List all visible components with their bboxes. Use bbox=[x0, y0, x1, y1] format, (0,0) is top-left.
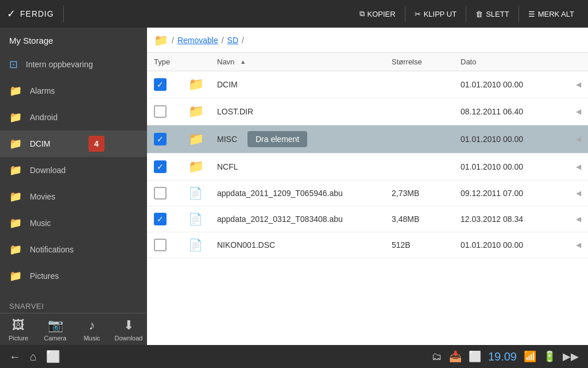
sidebar-item-notifications[interactable]: 📁 Notifications bbox=[0, 236, 147, 263]
shortcut-download[interactable]: ⬇ Download bbox=[110, 313, 147, 345]
sidebar-item-download[interactable]: 📁 Download bbox=[0, 157, 147, 183]
screen-status-icon: ⬜ bbox=[469, 350, 481, 363]
klipp-ut-button[interactable]: ✂ KLIPP UT bbox=[408, 6, 464, 22]
folder-icon: 📁 bbox=[9, 137, 22, 150]
home-button[interactable]: ⌂ bbox=[30, 350, 37, 363]
status-bar-right: 🗂 📥 ⬜ 19.09 📶 🔋 ▶▶ bbox=[432, 350, 579, 363]
folder-icon: 📁 bbox=[9, 111, 22, 124]
ferdig-label[interactable]: FERDIG bbox=[20, 9, 54, 18]
battery-icon: 🔋 bbox=[543, 350, 556, 363]
row-size: 512B bbox=[392, 240, 461, 250]
table-row[interactable]: ✓ 📁 NCFL 01.01.2010 00.00 ◀ bbox=[147, 154, 588, 181]
sort-arrow-icon: ▲ bbox=[240, 59, 246, 65]
row-arrow-icon: ◀ bbox=[564, 189, 581, 197]
breadcrumb-slash-3: / bbox=[242, 36, 244, 45]
top-bar-left: ✓ FERDIG bbox=[7, 5, 353, 22]
check-icon: ✓ bbox=[7, 7, 16, 20]
shortcut-picture[interactable]: 🖼 Picture bbox=[0, 313, 37, 345]
sidebar-item-pictures[interactable]: 📁 Pictures bbox=[0, 263, 147, 289]
status-time: 19.09 bbox=[488, 350, 517, 363]
breadcrumb-slash-1: / bbox=[172, 36, 174, 45]
picture-icon: 🖼 bbox=[12, 318, 25, 333]
main-layout: My Storage ⊡ Intern oppbevaring 📁 Alarms… bbox=[0, 28, 588, 345]
row-checkbox[interactable] bbox=[154, 187, 188, 200]
sidebar-item-music[interactable]: 📁 Music bbox=[0, 210, 147, 236]
breadcrumb-sd[interactable]: SD bbox=[227, 36, 238, 45]
recent-apps-button[interactable]: ⬜ bbox=[46, 350, 60, 363]
sidebar-item-dcim[interactable]: 📁 DCIM 4 bbox=[0, 131, 147, 157]
checkbox-appdata2[interactable]: ✓ bbox=[154, 213, 167, 225]
breadcrumb-removable[interactable]: Removable bbox=[177, 36, 218, 45]
sidebar-item-movies[interactable]: 📁 Movies bbox=[0, 183, 147, 210]
download-status-icon: 📥 bbox=[449, 350, 462, 363]
checkbox-nikon[interactable] bbox=[154, 239, 167, 251]
row-type-icon: 📁 bbox=[188, 77, 217, 92]
checkbox-appdata1[interactable] bbox=[154, 187, 167, 200]
row-type-icon: 📁 bbox=[188, 159, 217, 174]
drag-tooltip: Dra element bbox=[247, 131, 307, 147]
btn-divider-1 bbox=[405, 6, 405, 22]
sidebar-item-alarms[interactable]: 📁 Alarms bbox=[0, 78, 147, 104]
sidebar-item-intern[interactable]: ⊡ Intern oppbevaring bbox=[0, 51, 147, 78]
row-type-icon: 📄 bbox=[188, 238, 217, 252]
folder-icon: 📁 bbox=[9, 190, 22, 203]
header-date: Dato bbox=[461, 57, 564, 66]
row-name: NIKON001.DSC bbox=[217, 240, 392, 250]
folder-icon: 📁 bbox=[9, 270, 22, 282]
row-checkbox[interactable]: ✓ bbox=[154, 133, 188, 145]
shortcut-music[interactable]: ♪ Music bbox=[74, 313, 110, 345]
sidebar-title: My Storage bbox=[0, 28, 147, 51]
table-row[interactable]: 📄 NIKON001.DSC 512B 01.01.2010 00.00 ◀ bbox=[147, 232, 588, 258]
row-checkbox[interactable]: ✓ bbox=[154, 78, 188, 91]
btn-divider-2 bbox=[466, 6, 466, 22]
row-arrow-icon: ◀ bbox=[564, 241, 581, 249]
merk-alt-button[interactable]: ☰ MERK ALT bbox=[521, 6, 581, 22]
kopier-button[interactable]: ⧉ KOPIER bbox=[353, 6, 403, 22]
file-table: Type Navn ▲ Størrelse Dato ✓ 📁 bbox=[147, 53, 588, 345]
back-button[interactable]: ← bbox=[9, 350, 21, 363]
folder-icon: 📁 bbox=[188, 132, 204, 146]
row-date: 01.01.2010 00.00 bbox=[461, 80, 564, 89]
folder-icon: 📁 bbox=[9, 85, 22, 97]
checkbox-dcim[interactable]: ✓ bbox=[154, 78, 167, 91]
breadcrumb-slash-2: / bbox=[222, 36, 224, 45]
row-date: 09.12.2011 07.00 bbox=[461, 189, 564, 198]
row-checkbox[interactable]: ✓ bbox=[154, 213, 188, 225]
checkbox-ncfl[interactable]: ✓ bbox=[154, 160, 167, 173]
table-row[interactable]: ✓ 📄 appdata_2012_0312_T083408.abu 3,48MB… bbox=[147, 206, 588, 232]
checkbox-lostdir[interactable] bbox=[154, 105, 167, 118]
status-bar-left: ← ⌂ ⬜ bbox=[9, 350, 423, 363]
checkbox-misc[interactable]: ✓ bbox=[154, 133, 167, 145]
table-row[interactable]: 📄 appdata_2011_1209_T065946.abu 2,73MB 0… bbox=[147, 181, 588, 206]
storage-icon: ⊡ bbox=[9, 58, 18, 71]
row-type-icon: 📁 bbox=[188, 132, 217, 147]
row-date: 08.12.2011 06.40 bbox=[461, 107, 564, 116]
row-name: NCFL bbox=[217, 162, 392, 171]
row-date: 12.03.2012 08.34 bbox=[461, 214, 564, 224]
folder-icon: 📁 bbox=[188, 77, 204, 91]
scissors-icon: ✂ bbox=[415, 10, 421, 18]
table-row[interactable]: ✓ 📁 MISC Dra element 01.01.2010 00.00 ◀ bbox=[147, 125, 588, 154]
sidebar-item-android[interactable]: 📁 Android bbox=[0, 104, 147, 131]
table-row[interactable]: 📁 LOST.DIR 08.12.2011 06.40 ◀ bbox=[147, 98, 588, 125]
file-icon: 📄 bbox=[188, 239, 203, 251]
shortcut-camera[interactable]: 📷 Camera bbox=[37, 313, 74, 345]
file-icon: 📄 bbox=[188, 213, 203, 225]
download-icon: ⬇ bbox=[123, 318, 134, 333]
expand-icon: ▶▶ bbox=[563, 350, 579, 363]
row-checkbox[interactable]: ✓ bbox=[154, 160, 188, 173]
row-checkbox[interactable] bbox=[154, 239, 188, 251]
folder-icon: 📁 bbox=[188, 104, 204, 118]
table-row[interactable]: ✓ 📁 DCIM 01.01.2010 00.00 ◀ bbox=[147, 71, 588, 98]
divider bbox=[63, 5, 64, 22]
music-icon: ♪ bbox=[89, 318, 95, 333]
row-checkbox[interactable] bbox=[154, 105, 188, 118]
btn-divider-3 bbox=[519, 6, 519, 22]
select-all-icon: ☰ bbox=[528, 10, 535, 18]
trash-icon: 🗑 bbox=[475, 10, 483, 18]
top-bar-actions: ⧉ KOPIER ✂ KLIPP UT 🗑 SLETT ☰ MERK ALT bbox=[353, 6, 582, 22]
row-date: 01.01.2010 00.00 bbox=[461, 240, 564, 250]
table-header: Type Navn ▲ Størrelse Dato bbox=[147, 53, 588, 71]
header-size: Størrelse bbox=[392, 57, 461, 66]
slett-button[interactable]: 🗑 SLETT bbox=[469, 6, 516, 22]
